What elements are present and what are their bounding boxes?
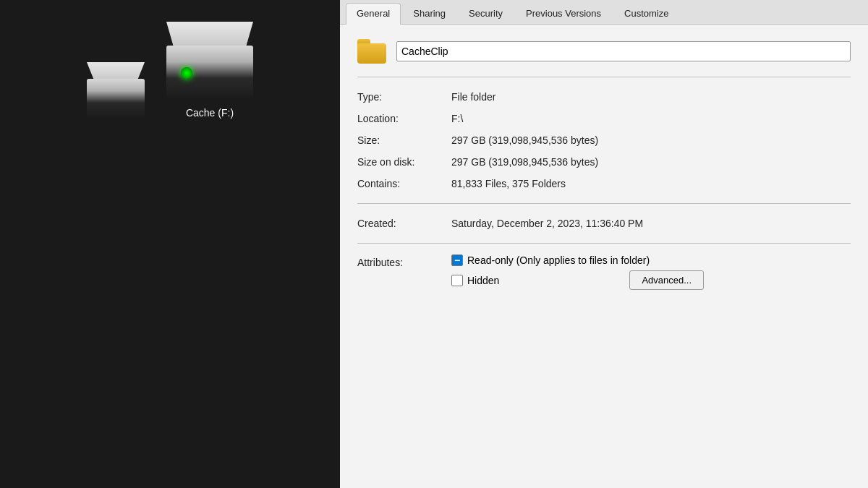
prop-size-on-disk-row: Size on disk: 297 GB (319,098,945,536 by… — [357, 151, 851, 173]
contains-label: Contains: — [357, 178, 451, 189]
folder-name-input[interactable] — [396, 41, 851, 61]
size-value: 297 GB (319,098,945,536 bytes) — [451, 134, 598, 146]
hidden-row: Hidden — [451, 275, 499, 286]
prop-size-row: Size: 297 GB (319,098,945,536 bytes) — [357, 129, 851, 151]
divider-bottom — [357, 243, 851, 244]
tab-content-general: Type: File folder Location: F:\ Size: 29… — [340, 25, 868, 488]
tab-general[interactable]: General — [346, 3, 401, 25]
size-on-disk-value: 297 GB (319,098,945,536 bytes) — [451, 156, 598, 168]
drive-top-main — [166, 22, 253, 47]
created-value: Saturday, December 2, 2023, 11:36:40 PM — [451, 218, 643, 229]
tab-previous-versions[interactable]: Previous Versions — [515, 3, 612, 24]
tab-sharing[interactable]: Sharing — [402, 3, 456, 24]
folder-name-row — [357, 39, 851, 64]
folder-icon — [357, 39, 386, 64]
drives-row: Cache (F:) — [87, 22, 253, 119]
size-label: Size: — [357, 134, 451, 146]
prop-type-row: Type: File folder — [357, 86, 851, 108]
drive-body-main — [166, 46, 253, 100]
prop-contains-row: Contains: 81,833 Files, 375 Folders — [357, 173, 851, 194]
divider-top — [357, 77, 851, 77]
hidden-advanced-row: Hidden Advanced... — [451, 270, 704, 290]
drive-body — [87, 79, 145, 119]
drive-icon-main[interactable]: Cache (F:) — [166, 22, 253, 119]
readonly-label: Read-only (Only applies to files in fold… — [467, 254, 650, 266]
advanced-button[interactable]: Advanced... — [629, 270, 704, 290]
tab-security[interactable]: Security — [458, 3, 514, 24]
prop-location-row: Location: F:\ — [357, 108, 851, 129]
contains-value: 81,833 Files, 375 Folders — [451, 178, 566, 189]
created-label: Created: — [357, 218, 451, 229]
left-panel: Cache (F:) — [0, 0, 340, 488]
readonly-checkbox[interactable] — [451, 254, 463, 266]
tab-customize[interactable]: Customize — [613, 3, 679, 24]
size-on-disk-label: Size on disk: — [357, 156, 451, 168]
drive-top — [87, 62, 145, 80]
attributes-controls: Read-only (Only applies to files in fold… — [451, 254, 704, 290]
location-value: F:\ — [451, 113, 463, 124]
properties-dialog: General Sharing Security Previous Versio… — [340, 0, 868, 488]
drive-activity-light — [181, 67, 192, 79]
drive-label: Cache (F:) — [186, 107, 234, 119]
hidden-checkbox[interactable] — [451, 275, 463, 286]
location-label: Location: — [357, 113, 451, 124]
prop-created-row: Created: Saturday, December 2, 2023, 11:… — [357, 213, 851, 234]
divider-mid — [357, 203, 851, 204]
attributes-label: Attributes: — [357, 254, 451, 268]
folder-back — [357, 43, 386, 64]
drive-icon-secondary — [87, 62, 145, 119]
type-value: File folder — [451, 91, 495, 103]
hidden-label: Hidden — [467, 275, 499, 286]
attributes-section: Attributes: Read-only (Only applies to f… — [357, 252, 851, 292]
readonly-row: Read-only (Only applies to files in fold… — [451, 254, 704, 266]
tabs-bar: General Sharing Security Previous Versio… — [340, 0, 868, 25]
type-label: Type: — [357, 91, 451, 103]
